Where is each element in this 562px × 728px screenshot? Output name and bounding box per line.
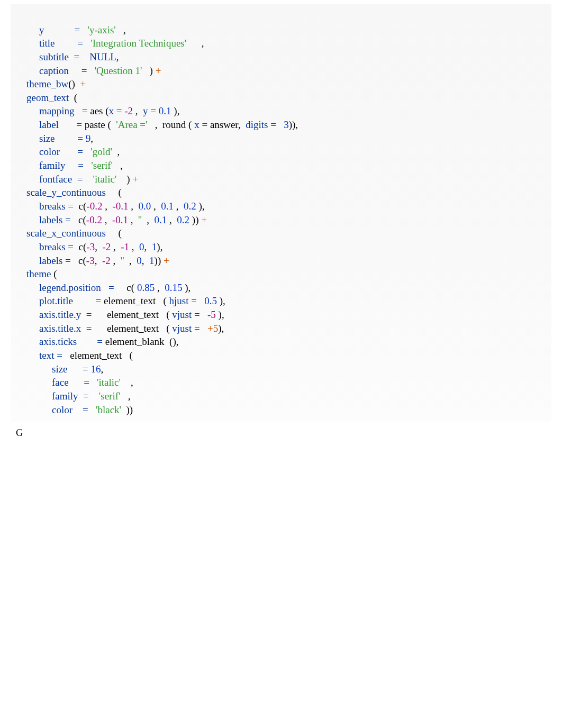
arg-y: y bbox=[39, 24, 44, 35]
code-block: y = 'y-axis' , title = 'Integration Tech… bbox=[11, 4, 551, 422]
fn-theme-bw: theme_bw bbox=[26, 78, 68, 89]
arg-caption: caption bbox=[39, 65, 69, 76]
fn-geom-text: geom_text bbox=[26, 92, 69, 103]
arg-subtitle: subtitle bbox=[39, 51, 69, 62]
arg-title: title bbox=[39, 38, 55, 49]
fn-theme: theme bbox=[26, 268, 51, 279]
footer-text: G bbox=[0, 422, 562, 440]
fn-scale-y: scale_y_continuous bbox=[26, 187, 106, 198]
fn-scale-x: scale_x_continuous bbox=[26, 228, 106, 239]
